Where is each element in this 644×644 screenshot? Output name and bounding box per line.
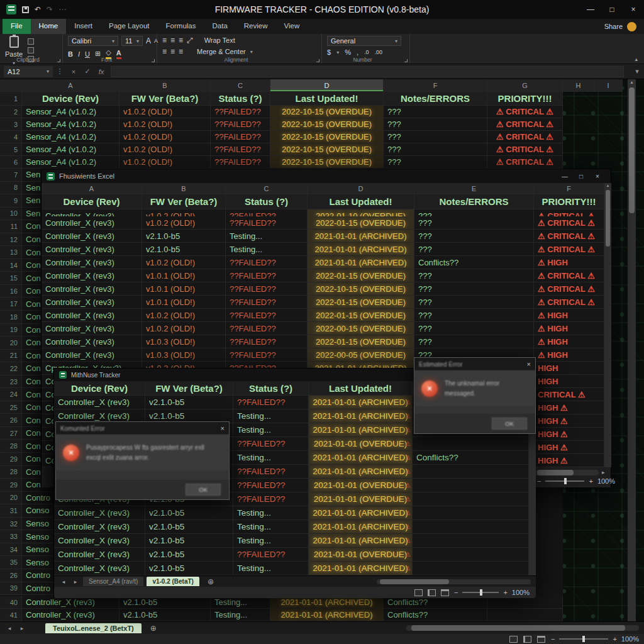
table-row[interactable]: Controller_X (rev3)v2.1.0-b5Testing...20… — [54, 534, 529, 548]
cell[interactable]: ⚠ CRITICAL ⚠ — [534, 296, 604, 309]
cut-icon[interactable] — [28, 38, 34, 45]
cell[interactable]: v1.0.2 (OLD!) — [142, 209, 226, 216]
cell[interactable]: ??FAILED?? — [211, 156, 270, 169]
cell[interactable]: v1.0.2 (OLD!) — [142, 216, 226, 230]
font-size-select[interactable]: 11 ▾ — [121, 36, 143, 46]
cell[interactable]: Device (Rev) — [42, 194, 142, 209]
cancel-entry-icon[interactable]: × — [67, 68, 80, 75]
cell[interactable]: 40 — [0, 596, 22, 609]
cell[interactable]: v1.0.1 (OLD!) — [142, 296, 226, 309]
cell[interactable]: 23 — [0, 375, 22, 389]
formula-input[interactable] — [111, 66, 624, 77]
scrollbar-thumb[interactable] — [537, 470, 574, 475]
table-row[interactable]: 40Controller_X (rev3)v2.1.0-b5Testing...… — [0, 596, 563, 609]
cell[interactable]: Conflicts?? — [413, 451, 529, 465]
cell[interactable]: 29 — [0, 479, 22, 492]
cell[interactable]: 2021-01-01 (ARCHIVED) — [308, 230, 414, 243]
cell[interactable]: ??? — [384, 118, 487, 131]
cell[interactable]: ??? — [414, 269, 534, 282]
cell[interactable]: Controller_X (rev3) — [54, 506, 145, 520]
cell[interactable]: 2022-00-05 (OVERDUE) — [308, 348, 414, 362]
cell[interactable]: 24 — [0, 388, 22, 401]
page-layout-view-icon[interactable] — [428, 589, 436, 596]
cell[interactable] — [413, 492, 529, 506]
cell[interactable]: 13 — [0, 246, 22, 259]
cell[interactable] — [413, 479, 529, 492]
user-avatar[interactable] — [627, 22, 636, 31]
cell[interactable]: ??? — [414, 230, 534, 243]
insert-function-icon[interactable]: fx — [94, 68, 108, 75]
cell[interactable]: 2021-01-01 (OVERDUE) — [309, 479, 413, 492]
cell[interactable]: FW Ver (Beta?) — [142, 194, 226, 209]
cell[interactable]: 19 — [0, 324, 22, 337]
prev-sheet-icon[interactable]: ◂ — [59, 579, 68, 585]
page-break-view-icon[interactable] — [441, 589, 449, 596]
close-button[interactable]: × — [589, 173, 606, 180]
comma-style-button[interactable]: , — [357, 48, 358, 56]
cell[interactable]: FW Ver (Beta?) — [145, 381, 233, 396]
cell[interactable]: ⚠ CRITICAL ⚠ — [534, 282, 604, 296]
cell[interactable]: Controller_X (rev3) — [54, 534, 145, 548]
cell[interactable]: HIGH ⚠ — [534, 414, 604, 428]
cell[interactable]: 2021-01-01 (OVERDUE) — [309, 492, 413, 506]
cell[interactable]: 3 — [0, 118, 22, 131]
scrollbar-thumb[interactable] — [380, 579, 449, 584]
cell[interactable]: 2021-01-01 (ARCHIVED) — [270, 596, 384, 609]
cell[interactable]: ??FAILED?? — [211, 118, 270, 131]
cell[interactable]: ??FAILED?? — [233, 396, 309, 409]
cell[interactable]: Sensor_A4 (v1.0.2) — [22, 156, 119, 169]
cell[interactable]: Controller_X (rev3) — [42, 230, 142, 243]
cell[interactable]: Status (?) — [226, 194, 308, 209]
cell[interactable] — [487, 596, 563, 609]
table-row[interactable]: 4Sensor_A4 (v1.0.2)v1.0.2 (OLD!)??FAILED… — [0, 131, 563, 143]
cell[interactable]: Sensor_A4 (v1.0.2) — [22, 118, 119, 131]
cell[interactable]: 2021-01-01 (OVERDUE) — [309, 437, 413, 451]
sheet-tab[interactable]: Sensor_A4 (rav/t) — [83, 577, 143, 586]
align-bottom-icon[interactable]: ≡ — [179, 36, 182, 45]
cell[interactable]: ⚠ CRITICAL ⚠ — [487, 143, 563, 156]
scroll-right-icon[interactable]: ▸ — [602, 469, 605, 475]
cell[interactable]: Testing... — [233, 506, 309, 520]
cell[interactable]: 28 — [0, 466, 22, 479]
align-middle-icon[interactable]: ≡ — [170, 36, 174, 45]
zoom-out-icon[interactable]: − — [454, 589, 458, 596]
table-row[interactable]: Controller_X (rev3)v1.0.3 (OLD!)??FAILED… — [42, 335, 604, 348]
cell[interactable]: 20 — [0, 336, 22, 350]
cell[interactable]: Sensor_A4 (v1.0.2) — [22, 131, 119, 143]
cell[interactable]: ??? — [384, 156, 487, 169]
cell[interactable]: v1.0.2 (OLD!) — [142, 256, 226, 269]
zoom-in-icon[interactable]: + — [613, 635, 616, 643]
cell[interactable]: F — [534, 183, 604, 194]
cell[interactable]: ??? — [414, 296, 534, 309]
cell[interactable]: 22 — [0, 362, 22, 375]
cell[interactable]: ??FAILED?? — [211, 106, 270, 118]
name-box[interactable]: A12 ▾ — [4, 66, 53, 77]
cell[interactable]: Testing... — [226, 230, 308, 243]
cell[interactable]: ??? — [414, 209, 534, 216]
cell[interactable]: 6 — [0, 156, 22, 169]
cell[interactable]: ⚠ CRITICAL ⚠ — [487, 131, 563, 143]
cell[interactable]: 34 — [0, 543, 22, 557]
cell[interactable]: ⚠ HIGH — [534, 309, 604, 322]
cell[interactable]: Last Updated! — [309, 381, 413, 396]
table-row[interactable]: Controller_X (rev3)v1.0.2 (OLD!)??FAILED… — [42, 309, 604, 322]
main-horizontal-scrollbar[interactable] — [406, 625, 639, 631]
cell[interactable]: A — [42, 183, 142, 194]
cell[interactable]: B — [142, 183, 226, 194]
ribbon-tab[interactable]: Data — [204, 19, 236, 34]
cell[interactable]: PRIORITY!!! — [487, 92, 563, 106]
zoom-slider-knob[interactable] — [480, 589, 482, 596]
close-button[interactable]: × — [623, 0, 644, 19]
cell[interactable]: ??FAILED?? — [226, 216, 308, 230]
table-row[interactable]: 3Sensor_A4 (v1.0.2)v1.0.2 (OLD!)??FAILED… — [0, 118, 563, 131]
zoom-slider[interactable] — [462, 592, 499, 593]
cell[interactable]: 2022-00-15 (OVERDUE) — [308, 322, 414, 335]
cell[interactable] — [413, 534, 529, 548]
cell[interactable]: Notes/ERRORS — [414, 194, 534, 209]
cell[interactable]: I — [594, 79, 623, 92]
cell[interactable]: 2021-01-01 (ARCHIVED) — [309, 409, 413, 423]
confirm-entry-icon[interactable]: ✓ — [80, 67, 94, 75]
cell[interactable]: ??? — [384, 106, 487, 118]
grow-font-icon[interactable]: A — [146, 36, 151, 45]
cell[interactable]: F — [384, 79, 487, 92]
